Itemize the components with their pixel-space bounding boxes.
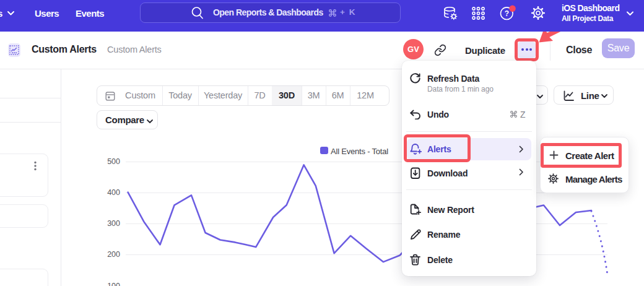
svg-text:?: ? <box>505 9 509 18</box>
